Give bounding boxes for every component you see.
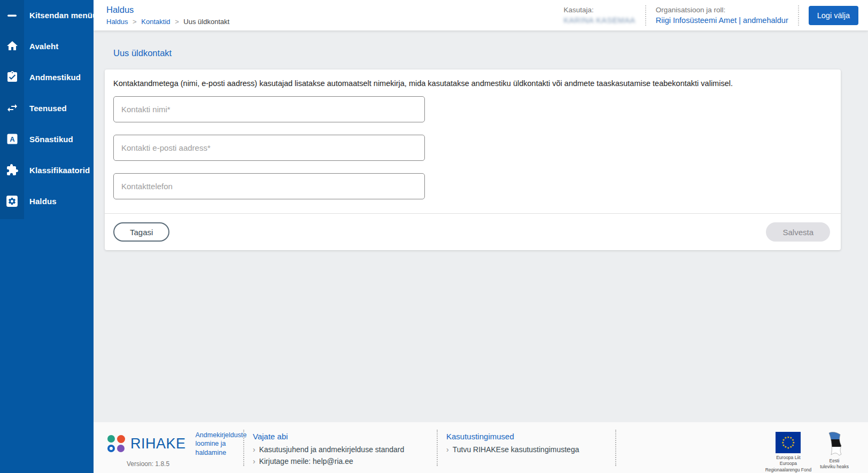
footer-divider <box>615 430 616 466</box>
help-link-email[interactable]: ›Kirjutage meile: help@ria.ee <box>253 457 428 466</box>
brand-name: RIHAKE <box>130 436 186 452</box>
help-email: help@ria.ee <box>313 457 353 466</box>
rihake-logo-dots-icon <box>107 435 125 453</box>
services-swap-icon <box>0 102 24 114</box>
admin-gear-icon <box>0 195 24 208</box>
org-block: Organisatsioon ja roll: Riigi Infosüstee… <box>656 6 788 25</box>
sidebar-item-teenused[interactable]: Teenused <box>0 92 94 123</box>
sidebar-nav: Avaleht Andmestikud Teenused A Sõnastiku… <box>0 30 94 216</box>
footer-divider <box>243 430 244 466</box>
svg-text:★: ★ <box>784 436 787 439</box>
main-area: Uus üldkontakt Kontaktandmetega (nimi, e… <box>94 30 868 422</box>
version-text: Versioon: 1.8.5 <box>127 460 235 468</box>
svg-text:★: ★ <box>787 446 789 449</box>
terms-block: Kasutustingimused ›Tutvu RIHAKEse kasutu… <box>446 428 607 457</box>
footer: RIHAKE Andmekirjelduste loomine ja halda… <box>94 422 868 473</box>
chevron-right-icon: › <box>446 445 449 454</box>
header-divider <box>645 5 646 26</box>
eu-flag-icon: ★★★ ★★★ ★★★ ★★★ <box>776 432 801 453</box>
user-label: Kasutaja: <box>563 6 635 14</box>
eu-flag-caption: Euroopa Liit Euroopa Regionaalarengu Fon… <box>765 455 811 473</box>
sidebar-item-label: Haldus <box>29 197 57 206</box>
sidebar-item-label: Sõnastikud <box>29 135 73 144</box>
org-label: Organisatsioon ja roll: <box>656 6 788 14</box>
field-contact-name <box>113 96 832 122</box>
terms-link[interactable]: ›Tutvu RIHAKEse kasutustingimustega <box>446 445 607 454</box>
breadcrumb-separator: > <box>175 18 179 26</box>
breadcrumb: Haldus > Kontaktid > Uus üldkontakt <box>106 18 229 26</box>
help-title: Vajate abi <box>253 432 428 441</box>
form-description: Kontaktandmetega (nimi, e-posti aadress)… <box>113 79 832 88</box>
home-icon <box>0 40 24 52</box>
breadcrumb-separator: > <box>133 18 137 26</box>
card-body: Kontaktandmetega (nimi, e-posti aadress)… <box>105 69 841 213</box>
sidebar-toggle[interactable]: Kitsendan menüü <box>0 0 94 30</box>
sidebar-item-label: Andmestikud <box>29 73 81 82</box>
chevron-right-icon: › <box>253 445 255 454</box>
content-column: Haldus Haldus > Kontaktid > Uus üldkonta… <box>94 0 868 473</box>
collapse-menu-icon <box>0 9 24 22</box>
sidebar: Kitsendan menüü Avaleht Andmestikud Teen… <box>0 0 94 473</box>
field-contact-phone <box>113 173 832 199</box>
contact-name-input[interactable] <box>113 96 425 122</box>
estonia-flag-block: Eesti tuleviku heaks <box>820 432 849 470</box>
contact-phone-input[interactable] <box>113 173 425 199</box>
user-name: KARINA KASEMAA <box>563 16 635 25</box>
topbar-right: Kasutaja: KARINA KASEMAA Organisatsioon … <box>563 0 868 30</box>
brand-tagline: Andmekirjelduste loomine ja haldamine <box>196 431 247 457</box>
sidebar-toggle-label: Kitsendan menüü <box>29 11 97 20</box>
header-divider <box>798 5 799 26</box>
sidebar-item-sonastikud[interactable]: A Sõnastikud <box>0 123 94 154</box>
datasets-clipboard-icon <box>0 71 24 83</box>
dictionaries-a-icon: A <box>0 133 24 145</box>
breadcrumb-current: Uus üldkontakt <box>183 18 229 26</box>
topbar: Haldus Haldus > Kontaktid > Uus üldkonta… <box>94 0 868 30</box>
contact-email-input[interactable] <box>113 135 425 161</box>
estonia-flag-icon <box>825 432 843 456</box>
help-block: Vajate abi ›Kasutusjuhend ja andmekirjel… <box>253 428 428 469</box>
breadcrumb-haldus[interactable]: Haldus <box>106 18 128 26</box>
svg-text:A: A <box>10 135 15 143</box>
footer-divider <box>437 430 438 466</box>
contact-form-card: Kontaktandmetega (nimi, e-posti aadress)… <box>105 69 841 250</box>
classifiers-puzzle-icon <box>0 164 24 176</box>
user-block: Kasutaja: KARINA KASEMAA <box>563 6 635 25</box>
terms-title: Kasutustingimused <box>446 432 607 441</box>
sidebar-item-label: Avaleht <box>29 42 58 51</box>
sidebar-item-andmestikud[interactable]: Andmestikud <box>0 61 94 92</box>
eu-flag-block: ★★★ ★★★ ★★★ ★★★ Euroopa Liit Euroopa Reg… <box>765 432 811 473</box>
page-title: Uus üldkontakt <box>113 48 841 58</box>
estonia-flag-caption: Eesti tuleviku heaks <box>820 458 849 470</box>
help-link-manual[interactable]: ›Kasutusjuhend ja andmekirjelduse standa… <box>253 445 428 454</box>
sidebar-item-label: Teenused <box>29 104 67 113</box>
breadcrumb-kontaktid[interactable]: Kontaktid <box>141 18 170 26</box>
sidebar-item-label: Klassifikaatorid <box>29 166 90 175</box>
card-actions: Tagasi Salvesta <box>105 214 841 250</box>
section-title: Haldus <box>106 5 229 15</box>
field-contact-email <box>113 135 832 161</box>
brand-block: RIHAKE Andmekirjelduste loomine ja halda… <box>104 428 235 468</box>
sidebar-item-avaleht[interactable]: Avaleht <box>0 30 94 61</box>
funding-logos: ★★★ ★★★ ★★★ ★★★ Euroopa Liit Euroopa Reg… <box>765 428 849 473</box>
back-button[interactable]: Tagasi <box>113 222 169 242</box>
sidebar-item-klassifikaatorid[interactable]: Klassifikaatorid <box>0 154 94 185</box>
chevron-right-icon: › <box>253 457 255 466</box>
topbar-left: Haldus Haldus > Kontaktid > Uus üldkonta… <box>94 0 229 30</box>
logout-button[interactable]: Logi välja <box>809 6 858 25</box>
svg-text:★: ★ <box>789 445 792 448</box>
app-root: Kitsendan menüü Avaleht Andmestikud Teen… <box>0 0 868 473</box>
save-button[interactable]: Salvesta <box>766 222 830 242</box>
org-value: Riigi Infosüsteemi Amet | andmehaldur <box>656 16 788 25</box>
sidebar-item-haldus[interactable]: Haldus <box>0 185 94 216</box>
